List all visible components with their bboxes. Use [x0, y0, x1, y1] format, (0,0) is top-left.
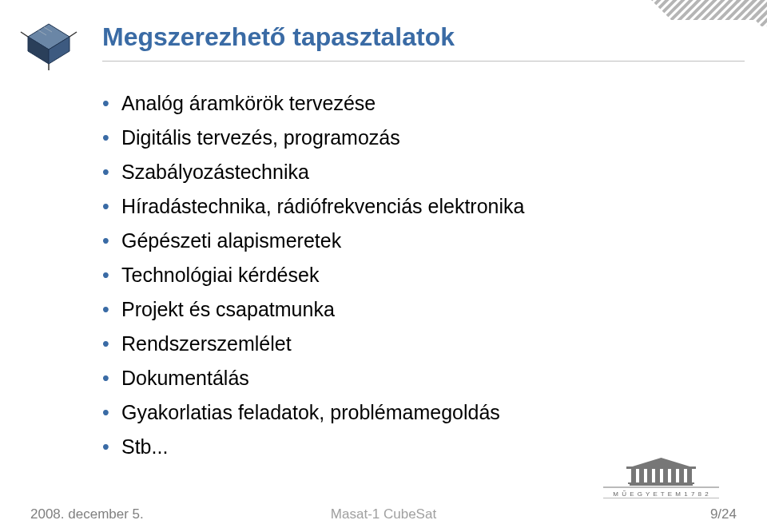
- university-logo-text: M Ű E G Y E T E M 1 7 8 2: [613, 490, 709, 498]
- list-item: Technológiai kérdések: [102, 258, 719, 292]
- footer-date: 2008. december 5.: [30, 506, 144, 522]
- slide-content: Analóg áramkörök tervezése Digitális ter…: [102, 86, 719, 464]
- svg-rect-13: [628, 482, 694, 484]
- svg-rect-14: [631, 468, 636, 483]
- list-item: Rendszerszemlélet: [102, 327, 719, 361]
- svg-rect-15: [639, 468, 644, 483]
- svg-marker-3: [28, 24, 70, 50]
- svg-rect-23: [626, 466, 696, 469]
- svg-rect-11: [603, 477, 719, 498]
- title-divider: [102, 61, 745, 62]
- slide: Megszerezhető tapasztalatok Analóg áramk…: [0, 0, 767, 532]
- list-item: Gyakorlatias feladatok, problémamegoldás: [102, 395, 719, 430]
- slide-footer: 2008. december 5. Masat-1 CubeSat 9/24: [30, 506, 737, 522]
- list-item: Híradástechnika, rádiófrekvenciás elektr…: [102, 189, 719, 224]
- svg-rect-18: [663, 468, 668, 483]
- list-item: Stb...: [102, 430, 719, 464]
- svg-line-7: [70, 32, 77, 37]
- list-item: Szabályozástechnika: [102, 155, 719, 189]
- bullet-list: Analóg áramkörök tervezése Digitális ter…: [102, 86, 719, 464]
- list-item: Digitális tervezés, programozás: [102, 121, 719, 155]
- list-item: Dokumentálás: [102, 361, 719, 395]
- list-item: Analóg áramkörök tervezése: [102, 86, 719, 121]
- svg-rect-17: [655, 468, 660, 483]
- svg-marker-4: [28, 37, 49, 64]
- svg-marker-5: [49, 37, 70, 64]
- list-item: Gépészeti alapismeretek: [102, 224, 719, 258]
- slide-title: Megszerezhető tapasztalatok: [102, 22, 455, 52]
- svg-line-10: [44, 27, 52, 32]
- list-item: Projekt és csapatmunka: [102, 292, 719, 327]
- footer-title: Masat-1 CubeSat: [331, 506, 436, 522]
- svg-marker-2: [735, 0, 767, 26]
- corner-decoration: [627, 0, 767, 26]
- footer-page-number: 9/24: [710, 506, 737, 522]
- svg-rect-16: [647, 468, 652, 483]
- svg-marker-0: [651, 0, 767, 20]
- cubesat-logo-icon: [18, 14, 80, 70]
- svg-line-6: [21, 32, 28, 37]
- svg-rect-21: [687, 468, 692, 483]
- svg-rect-12: [630, 484, 693, 486]
- svg-rect-19: [671, 468, 676, 483]
- svg-rect-20: [679, 468, 684, 483]
- svg-line-9: [38, 30, 46, 35]
